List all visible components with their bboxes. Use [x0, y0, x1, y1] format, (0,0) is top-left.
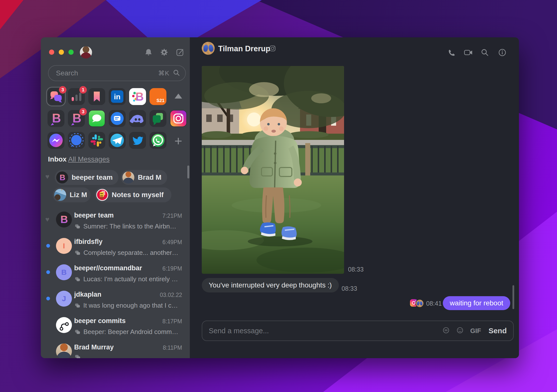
- favorite-chip-beeper-team[interactable]: B beeper team: [55, 170, 118, 185]
- network-tile-discord[interactable]: [129, 110, 146, 127]
- message-timestamp: 08:41: [426, 300, 442, 307]
- chat-avatar: [56, 343, 72, 358]
- chat-list-item-jdkaplan[interactable]: J jdkaplan 03.02.22 It was long enough a…: [41, 290, 190, 315]
- network-tile-instagram[interactable]: [170, 110, 187, 127]
- user-avatar[interactable]: [80, 46, 92, 58]
- notifications-bell-icon[interactable]: [144, 48, 153, 57]
- svg-text:B: B: [60, 214, 68, 225]
- send-button[interactable]: Send: [489, 327, 507, 335]
- chat-time: 8:17PM: [162, 318, 182, 325]
- photo-message[interactable]: [202, 66, 344, 274]
- chat-preview: Sumner: The links to the Airbnbs ...: [83, 223, 179, 230]
- search-conversation-icon[interactable]: [480, 48, 489, 58]
- chat-time: 03.02.22: [160, 292, 182, 298]
- unread-dot: [46, 244, 50, 248]
- beeper-team-avatar: B: [56, 171, 68, 183]
- emoji-icon[interactable]: [456, 327, 464, 335]
- conversation-avatar[interactable]: [202, 42, 215, 55]
- chat-preview: It was long enough ago that I cou...: [83, 302, 179, 309]
- chat-list-item-beeper-team[interactable]: ♥ B beeper team 7:21PM Sumner: The links…: [41, 211, 190, 236]
- add-network-icon[interactable]: +: [174, 135, 182, 147]
- search-icon: [173, 69, 180, 77]
- network-tile-twitter[interactable]: [129, 132, 146, 149]
- beeper-network-icon: [75, 303, 80, 308]
- search-box: ⌘K: [48, 65, 186, 81]
- beeper-network-icon: [75, 354, 81, 358]
- network-tile-telegram[interactable]: [109, 132, 126, 149]
- chat-avatar: B: [56, 264, 72, 280]
- network-tile-analytics[interactable]: 1: [68, 88, 85, 105]
- beeper-window: ⌘K 3 1 in B: [41, 37, 519, 358]
- favorite-chip-brad-m[interactable]: Brad M: [121, 170, 167, 185]
- network-tile-imessage[interactable]: [88, 110, 105, 127]
- chat-time: 8:11PM: [163, 344, 182, 351]
- chat-name: Brad Murray: [74, 343, 114, 351]
- unread-badge: 3: [79, 108, 87, 115]
- chat-list-item-beeper-commits[interactable]: beeper commits 8:17PM Beeper: Beeper And…: [41, 317, 190, 341]
- chat-name: beeper team: [74, 212, 114, 219]
- svg-text:B: B: [59, 173, 65, 182]
- chat-list-item-ifbirdsfly[interactable]: I ifbirdsfly 6:49PM Completely separate.…: [41, 237, 190, 262]
- svg-text:B: B: [52, 111, 61, 125]
- search-shortcut: ⌘K: [158, 69, 169, 77]
- network-tile-bookmarks[interactable]: [88, 88, 105, 105]
- chat-avatar: [56, 317, 72, 333]
- chat-preview: Beeper: Beeper Android commit ...: [83, 328, 179, 336]
- chat-preview: Completely separate... another r...: [84, 249, 179, 257]
- network-tile-messenger[interactable]: [48, 132, 64, 149]
- message-timestamp: 08:33: [348, 266, 364, 273]
- unread-dot: [46, 270, 50, 274]
- settings-gear-icon[interactable]: [160, 48, 168, 57]
- composer: GIF Send: [202, 321, 514, 341]
- network-tile-slack[interactable]: [88, 132, 105, 149]
- inbox-label[interactable]: Inbox: [48, 155, 67, 163]
- collapse-grid-icon[interactable]: [175, 94, 182, 99]
- favorite-chip-label: Liz M: [70, 191, 87, 199]
- conversation-pane: Tilman Drerup: [190, 37, 519, 358]
- chat-list-item-commandbar[interactable]: B beeper//commandbar 6:19PM Lucas: I'm a…: [41, 264, 190, 289]
- beeper-network-icon: [75, 329, 80, 335]
- network-tile-beeper-alt[interactable]: B 3: [68, 110, 85, 127]
- network-tile-beeper-chats[interactable]: 3: [48, 88, 64, 105]
- favorite-heart-icon: ♥: [45, 216, 50, 224]
- svg-text:B: B: [135, 90, 144, 103]
- message-input[interactable]: [202, 327, 442, 335]
- desktop: ⌘K 3 1 in B: [0, 0, 557, 392]
- search-input[interactable]: [49, 69, 158, 77]
- close-button[interactable]: [49, 50, 54, 55]
- chat-list-item-brad-murray[interactable]: Brad Murray 8:11PM: [41, 343, 190, 358]
- all-messages-link[interactable]: All Messages: [68, 155, 110, 163]
- conversation-title: Tilman Drerup: [218, 44, 270, 53]
- network-tile-beeper-desktop[interactable]: B: [129, 88, 146, 105]
- gif-button[interactable]: GIF: [470, 327, 481, 335]
- sidebar: ⌘K 3 1 in B: [41, 37, 190, 358]
- chat-time: 6:49PM: [162, 239, 182, 246]
- chat-name: jdkaplan: [74, 291, 101, 298]
- sidebar-scrollbar[interactable]: [187, 166, 189, 178]
- s21-label: S21: [156, 98, 164, 103]
- instagram-network-icon: [269, 45, 276, 53]
- network-tile-beeper[interactable]: B: [48, 110, 64, 127]
- network-tile-whatsapp[interactable]: [150, 132, 166, 149]
- minimize-button[interactable]: [59, 50, 64, 55]
- messages-scrollbar[interactable]: [512, 285, 514, 309]
- unread-badge: 3: [59, 86, 66, 94]
- message-timestamp: 08:33: [342, 285, 357, 292]
- compose-icon[interactable]: [176, 48, 184, 57]
- info-icon[interactable]: [498, 48, 507, 58]
- favorite-chip-liz-m[interactable]: Liz M: [53, 187, 91, 202]
- call-icon[interactable]: [447, 48, 456, 58]
- video-call-icon[interactable]: [463, 48, 473, 58]
- outgoing-message-bubble: waiting for reboot: [443, 296, 510, 310]
- network-tile-s21[interactable]: S21: [150, 88, 166, 105]
- chat-name: beeper//commandbar: [74, 264, 142, 272]
- sender-mini-avatar: [415, 299, 424, 308]
- attachment-icon[interactable]: [442, 327, 450, 335]
- unread-dot: [46, 297, 50, 300]
- network-tile-linkedin[interactable]: in: [109, 88, 126, 105]
- network-tile-google-chat[interactable]: [150, 110, 166, 127]
- favorite-chip-notes[interactable]: Notes to myself: [95, 187, 171, 202]
- network-tile-google-messages[interactable]: [109, 110, 126, 127]
- network-tile-signal[interactable]: [68, 132, 85, 149]
- zoom-button[interactable]: [68, 50, 74, 55]
